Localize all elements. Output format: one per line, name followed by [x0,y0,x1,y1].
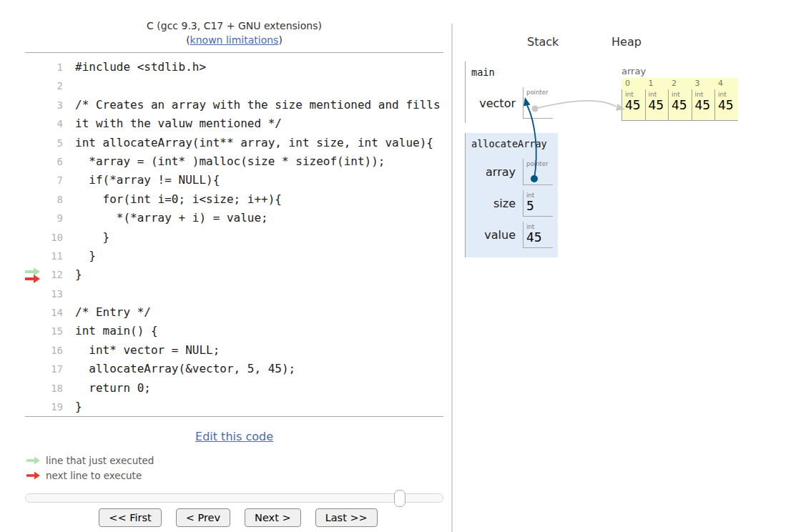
code-line: 5int allocateArray(int** array, int size… [0,134,452,152]
code-line: 16 int* vector = NULL; [0,341,452,360]
heap-array-column: 3int45 [692,78,715,121]
code-text: allocateArray(&vector, 5, 45); [63,360,295,378]
line-number: 2 [41,77,63,95]
line-gutter [0,114,41,133]
array-index-label: 0 [621,78,645,89]
line-number: 15 [41,322,63,340]
code-line: 13 [0,285,452,303]
prev-button[interactable]: < Prev [176,508,230,527]
variable-cell: int5 [523,190,553,217]
line-gutter [0,96,41,114]
code-line: 19} [0,398,452,416]
known-limitations-link[interactable]: known limitations [190,34,279,46]
just-executed-arrow-icon [26,456,41,464]
execution-step-slider[interactable] [25,493,443,503]
limitations-line: (known limitations) [25,33,443,47]
code-text: it with the valuw mentioned */ [63,114,282,133]
code-line: 8 for(int i=0; i<size; i++){ [0,190,452,209]
variable-row: arraypointer [471,159,558,185]
legend-just-executed: line that just executed [25,453,154,468]
code-top-divider [25,52,443,53]
line-gutter [0,209,41,227]
variable-name: array [471,165,523,179]
array-cell: int45 [621,89,645,121]
line-gutter [0,247,41,265]
code-line: 15int main() { [0,322,452,340]
array-index-label: 1 [645,78,669,89]
code-line: 7 if(*array != NULL){ [0,171,452,189]
heap-array-column: 4int45 [714,78,738,121]
code-line: 4it with the valuw mentioned */ [0,114,452,133]
code-text: return 0; [63,379,151,398]
code-text: int allocateArray(int** array, int size,… [63,134,433,152]
arrow-legend: line that just executed next line to exe… [25,453,154,483]
heap-array-table: 0int451int452int453int454int45 [621,78,738,121]
code-text: #include <stdlib.h> [63,58,206,77]
code-display: 1#include <stdlib.h>23/* Creates an arra… [0,58,452,416]
line-number: 10 [41,228,63,247]
array-cell: int45 [692,89,715,121]
variable-value [526,167,553,182]
frame-name: allocateArray [471,138,558,149]
slider-handle[interactable] [394,490,406,507]
line-gutter [0,265,41,284]
variable-name: value [471,228,523,242]
variable-row: vectorpointer [471,87,558,119]
array-cell-type: int [625,91,645,98]
array-index-label: 3 [692,78,715,89]
line-number: 17 [41,360,63,378]
stack-frame-main: mainvectorpointer [465,61,558,123]
code-text: for(int i=0; i<size; i++){ [63,190,282,209]
first-button[interactable]: << First [99,508,161,527]
line-gutter [0,285,41,303]
variable-row: valueint45 [471,222,558,248]
next-button[interactable]: Next > [245,508,301,527]
line-number: 7 [41,171,63,189]
last-button[interactable]: Last >> [315,508,378,527]
line-gutter [0,134,41,152]
array-cell-type: int [718,91,738,98]
array-index-label: 2 [668,78,692,89]
line-number: 9 [41,209,63,227]
language-header: C (gcc 9.3, C17 + GNU extensions) (known… [25,19,443,47]
variable-type-label: int [526,223,553,230]
array-cell: int45 [645,89,669,121]
line-gutter [0,152,41,171]
code-line: 17 allocateArray(&vector, 5, 45); [0,360,452,378]
variable-cell: int45 [523,222,553,248]
code-text: int* vector = NULL; [63,341,220,360]
line-gutter [0,322,41,340]
code-line: 9 *(*array + i) = value; [0,209,452,227]
c-tutor-app: C (gcc 9.3, C17 + GNU extensions) (known… [0,0,801,532]
panel-divider [451,24,453,532]
array-cell-type: int [695,91,715,98]
array-index-label: 4 [714,78,738,89]
code-bottom-divider [25,416,443,417]
array-cell-type: int [672,91,692,98]
variable-value: 45 [526,230,553,245]
code-text: /* Creates an array with the size mentio… [63,96,441,114]
code-line: 18 return 0; [0,379,452,398]
code-text: *(*array + i) = value; [63,209,268,227]
array-cell-value: 45 [718,98,738,113]
line-number: 6 [41,152,63,171]
code-line: 11 } [0,247,452,265]
code-line: 12} [0,265,452,284]
edit-code-link[interactable]: Edit this code [195,430,273,443]
code-line: 14/* Entry */ [0,303,452,322]
stack-frame-allocateArray: allocateArrayarraypointersizeint5valuein… [465,133,558,257]
line-number: 3 [41,96,63,114]
edit-code-row: Edit this code [25,430,443,443]
variable-row: sizeint5 [471,190,558,217]
frame-name: main [471,66,558,78]
heap-array-column: 0int45 [621,78,645,121]
variable-cell: pointer [523,159,553,185]
array-cell-value: 45 [672,98,692,113]
line-gutter [0,77,41,95]
code-line: 6 *array = (int* )malloc(size * sizeof(i… [0,152,452,171]
heap-array-column: 1int45 [645,78,669,121]
heap-header: Heap [611,35,642,49]
line-number: 16 [41,341,63,360]
language-title: C (gcc 9.3, C17 + GNU extensions) [25,19,443,33]
line-number: 18 [41,379,63,398]
